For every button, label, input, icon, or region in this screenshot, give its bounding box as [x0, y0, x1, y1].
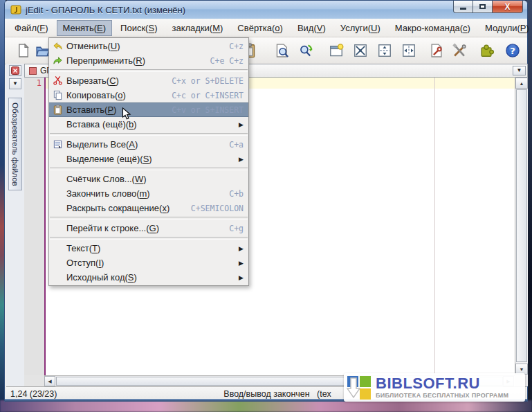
menubar-item-utilities[interactable]: Услуги(U) [334, 20, 387, 36]
submenu-arrow-icon: ▶ [239, 121, 244, 128]
toolbar-find-button[interactable] [273, 42, 291, 60]
edit-menu-item-paste-more[interactable]: Вставка (ещё)(b)▶ [49, 117, 248, 132]
toolbar-new-view-button[interactable] [327, 42, 345, 60]
toolbar-split-vertical-button[interactable] [400, 42, 418, 60]
arrow-left-icon: ◀ [48, 379, 51, 384]
logo-square-yellow [360, 388, 371, 400]
wrap-guide-line [434, 78, 435, 375]
menubar-item-edit[interactable]: Менять(E) [57, 20, 113, 36]
split-vertical-icon [401, 43, 416, 58]
logo-square-green [360, 376, 371, 387]
arrow-down-icon: ▼ [520, 367, 524, 372]
vertical-scrollbar[interactable]: ▲ ▼ [515, 78, 528, 375]
select-all-icon [49, 139, 66, 150]
menubar-item-folding[interactable]: Свёртка(o) [231, 20, 289, 36]
redo-icon [49, 55, 66, 66]
edit-menu-item-selection-more[interactable]: Выделение (ещё)(S)▶ [49, 152, 248, 166]
arrow-up-icon: ▲ [520, 81, 524, 86]
unsplit-icon [353, 43, 368, 58]
menu-item-label: Переприменить(R) [66, 55, 145, 66]
menubar-item-file[interactable]: Файл(F) [8, 20, 55, 36]
edit-menu-item-undo[interactable]: Отменить(U)C+z [49, 39, 248, 53]
dock-tab-file-browser[interactable]: Обозреватель файлов [8, 98, 22, 190]
menu-separator [50, 69, 248, 72]
toolbar-plugin-manager-button[interactable] [477, 42, 495, 60]
gutter-footer [24, 375, 44, 386]
menu-item-label: Исходный код(S) [66, 272, 137, 283]
menubar-item-macros[interactable]: Макро-команда(c) [389, 20, 477, 36]
toolbar-find-replace-button[interactable] [297, 42, 315, 60]
edit-menu-item-word-count[interactable]: Счётчик Слов...(W) [49, 172, 248, 186]
buffer-mode-status: (tex [317, 389, 331, 399]
edit-menu-item-indent[interactable]: Отступ(I)▶ [49, 256, 248, 270]
chevron-down-icon: ▼ [12, 81, 18, 87]
dock-close-button[interactable] [9, 65, 21, 76]
undo-icon [49, 41, 66, 51]
edit-menu-item-select-all[interactable]: Выделить Все(A)C+a [49, 137, 248, 152]
cut-icon [49, 75, 66, 86]
vertical-scrollbar-thumb[interactable] [516, 89, 527, 362]
dock-popup-button[interactable]: ▼ [9, 78, 21, 89]
menu-item-label: Счётчик Слов...(W) [66, 174, 147, 184]
menu-item-label: Вырезать(C) [66, 75, 119, 86]
edit-menu-item-copy[interactable]: Копировать(o)C+c or C+INSERT [49, 88, 248, 102]
toolbar-unsplit-button[interactable] [351, 42, 369, 60]
watermark-text: BIBLSOFT.RU БИБЛИОТЕКА БЕСПЛАТНЫХ ПРОГРА… [376, 376, 508, 399]
menu-separator [50, 237, 248, 240]
copy-icon [49, 90, 66, 100]
toolbar-buffer-options-button[interactable] [428, 42, 446, 60]
toolbar-help-button[interactable] [504, 42, 522, 60]
menu-bar: Файл(F)Менять(E)Поиск(S)закладки(M)Свёрт… [5, 19, 527, 37]
edit-menu-item-source[interactable]: Исходный код(S)▶ [49, 270, 248, 285]
menu-separator [50, 168, 248, 170]
download-arrow-icon [347, 377, 360, 400]
menu-item-label: Вставить(P) [66, 105, 116, 115]
edit-menu-item-redo[interactable]: Переприменить(R)C+e C+z [49, 53, 248, 68]
edit-menu-item-complete-word[interactable]: Закончить слово(m)C+b [49, 186, 248, 201]
toolbar-global-options-button[interactable] [450, 42, 468, 60]
menu-item-shortcut: C+x or S+DELETE [172, 76, 244, 86]
menu-item-label: Выделение (ещё)(S) [66, 154, 152, 164]
scroll-up-button[interactable]: ▲ [515, 78, 528, 89]
edit-menu-item-expand-abbrev[interactable]: Раскрыть сокращение(x)C+SEMICOLON [49, 201, 248, 215]
scroll-left-button[interactable]: ◀ [44, 376, 55, 386]
menu-item-label: Текст(T) [66, 243, 100, 253]
menu-item-shortcut: C+z [229, 42, 244, 51]
menu-item-shortcut: C+a [229, 140, 244, 150]
jedit-app-icon [10, 4, 21, 15]
minimize-button[interactable] [453, 1, 473, 13]
menu-item-shortcut: C+v or S+INSERT [172, 105, 244, 115]
buffer-options-icon [429, 43, 444, 58]
menubar-item-search[interactable]: Поиск(S) [114, 20, 163, 36]
menubar-item-plugins[interactable]: Модули(P) [479, 20, 532, 36]
toolbar-split-horizontal-button[interactable] [376, 42, 394, 60]
menu-item-label: Отменить(U) [66, 41, 120, 51]
menu-item-shortcut: C+e C+z [210, 56, 244, 66]
menu-item-label: Отступ(I) [66, 258, 104, 268]
maximize-button[interactable] [473, 1, 493, 13]
edit-menu-item-paste[interactable]: Вставить(P)C+v or S+INSERT [49, 102, 248, 117]
buffer-modified-icon [29, 67, 37, 75]
close-button[interactable]: X [492, 1, 523, 13]
title-bar[interactable]: jEdit - GПАРОЛЬ К СЕТИ.txt (изменён) X [5, 1, 527, 19]
submenu-arrow-icon: ▶ [239, 260, 244, 267]
edit-menu-item-text[interactable]: Текст(T)▶ [49, 241, 248, 256]
edit-menu-item-cut[interactable]: Вырезать(C)C+x or S+DELETE [49, 73, 248, 88]
menubar-item-markers[interactable]: закладки(M) [165, 20, 229, 36]
buffer-switcher-dropdown-button[interactable]: ▼ [513, 66, 526, 75]
menu-separator [50, 217, 248, 220]
watermark-title: BIBLSOFT.RU [376, 376, 508, 391]
toolbar-new-file-button[interactable] [15, 42, 33, 60]
menu-item-label: Закончить слово(m) [66, 188, 150, 199]
mouse-cursor-icon [122, 107, 134, 120]
menubar-item-view[interactable]: Вид(V) [291, 20, 332, 36]
paste-icon [49, 105, 66, 115]
window-title: jEdit - GПАРОЛЬ К СЕТИ.txt (изменён) [26, 5, 185, 15]
minimize-icon [460, 8, 466, 10]
menu-item-label: Вставка (ещё)(b) [66, 119, 137, 129]
gutter: 1 [24, 78, 46, 375]
dock-close-icon [11, 66, 19, 75]
maximize-icon [479, 4, 486, 9]
edit-menu-item-goto-line[interactable]: Перейти к строке...(G)C+g [49, 221, 248, 235]
close-icon: X [504, 2, 510, 12]
